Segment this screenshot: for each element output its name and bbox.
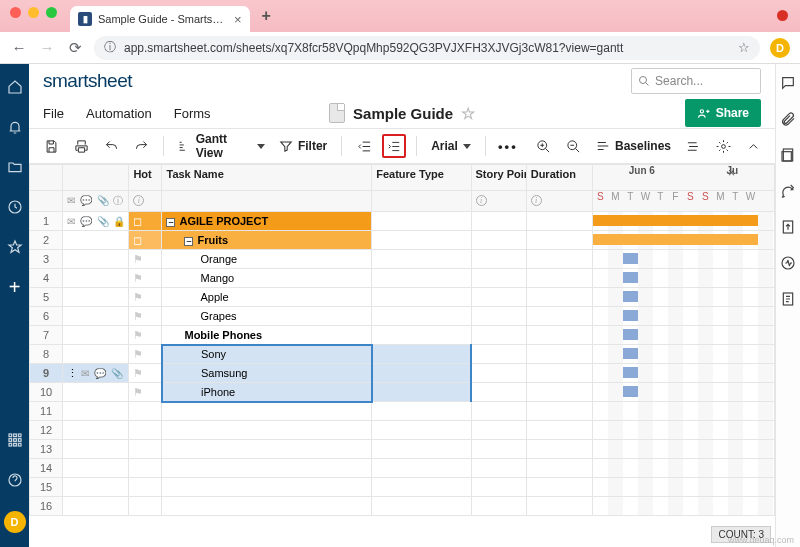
activity-log-icon[interactable] <box>779 254 797 272</box>
conversations-icon[interactable] <box>779 74 797 92</box>
site-info-icon[interactable]: ⓘ <box>104 39 116 56</box>
browse-icon[interactable] <box>6 158 24 176</box>
collapse-panel-button[interactable] <box>741 134 765 158</box>
close-tab-icon[interactable]: × <box>234 12 242 27</box>
help-icon[interactable] <box>6 471 24 489</box>
recents-icon[interactable] <box>6 198 24 216</box>
favorites-icon[interactable] <box>6 238 24 256</box>
svg-point-15 <box>721 144 725 148</box>
url-text: app.smartsheet.com/sheets/xq7X8fcr58VQpq… <box>124 41 730 55</box>
table-row[interactable]: 1✉ 💬 📎 🔒◻–AGILE PROJECT <box>30 212 775 231</box>
font-selector[interactable]: Arial <box>427 139 475 153</box>
reload-button[interactable]: ⟳ <box>66 39 84 57</box>
apps-icon[interactable] <box>6 431 24 449</box>
zoom-in-button[interactable] <box>532 134 556 158</box>
col-story[interactable]: Story Points <box>471 165 526 191</box>
svg-rect-3 <box>18 434 21 437</box>
redo-button[interactable] <box>129 134 153 158</box>
browser-tab[interactable]: ▮ Sample Guide - Smartsheet.co × <box>70 6 250 32</box>
new-tab-button[interactable]: + <box>262 7 271 25</box>
info-icon[interactable]: i <box>531 195 542 206</box>
critical-path-button[interactable] <box>681 134 705 158</box>
table-row[interactable]: 12 <box>30 421 775 440</box>
view-switcher[interactable]: Gantt View <box>174 132 269 160</box>
favicon-icon: ▮ <box>78 12 92 26</box>
more-formatting-button[interactable]: ••• <box>496 134 520 158</box>
menu-automation[interactable]: Automation <box>86 106 152 121</box>
watermark: www.deuaq.com <box>728 535 794 545</box>
svg-rect-8 <box>13 443 16 446</box>
search-placeholder: Search... <box>655 74 703 88</box>
browser-profile-avatar[interactable]: D <box>770 38 790 58</box>
svg-point-19 <box>782 257 794 269</box>
window-traffic-lights[interactable] <box>10 7 57 18</box>
table-row[interactable]: 13 <box>30 440 775 459</box>
settings-button[interactable] <box>711 134 735 158</box>
col-hot[interactable]: Hot <box>129 165 162 191</box>
col-feature[interactable]: Feature Type <box>372 165 471 191</box>
add-icon[interactable]: + <box>6 278 24 296</box>
zoom-out-button[interactable] <box>562 134 586 158</box>
svg-rect-9 <box>18 443 21 446</box>
col-duration[interactable]: Duration <box>526 165 592 191</box>
url-input[interactable]: ⓘ app.smartsheet.com/sheets/xq7X8fcr58VQ… <box>94 36 760 60</box>
outdent-button[interactable] <box>352 134 376 158</box>
menu-forms[interactable]: Forms <box>174 106 211 121</box>
tab-title: Sample Guide - Smartsheet.co <box>98 13 228 25</box>
table-row[interactable]: 6⚑Grapes <box>30 307 775 326</box>
sheet-icon <box>329 103 345 123</box>
filter-button[interactable]: Filter <box>275 139 331 153</box>
svg-rect-7 <box>9 443 12 446</box>
table-row[interactable]: 4⚑Mango <box>30 269 775 288</box>
main-area: smartsheet Search... File Automation For… <box>29 64 775 547</box>
update-requests-icon[interactable] <box>779 182 797 200</box>
info-icon[interactable]: i <box>133 195 144 206</box>
grid-container: × Hot Task Name Feature Type Story Point… <box>29 164 775 547</box>
table-row[interactable]: 14 <box>30 459 775 478</box>
sheet-grid[interactable]: Hot Task Name Feature Type Story Points … <box>29 164 775 516</box>
baselines-button[interactable]: Baselines <box>592 139 675 153</box>
publish-icon[interactable] <box>779 218 797 236</box>
info-icon[interactable]: i <box>476 195 487 206</box>
indent-button[interactable] <box>382 134 406 158</box>
recording-indicator-icon <box>777 10 788 21</box>
search-input[interactable]: Search... <box>631 68 761 94</box>
table-row[interactable]: 3⚑Orange <box>30 250 775 269</box>
browser-address-bar: ← → ⟳ ⓘ app.smartsheet.com/sheets/xq7X8f… <box>0 32 800 64</box>
table-row[interactable]: 10⚑iPhone <box>30 383 775 402</box>
svg-rect-1 <box>9 434 12 437</box>
table-row[interactable]: 9⋮ ✉ 💬 📎 🔒⚑Samsung <box>30 364 775 383</box>
table-row[interactable]: 2◻–Fruits <box>30 231 775 250</box>
table-row[interactable]: 7⚑Mobile Phones <box>30 326 775 345</box>
table-row[interactable]: 11 <box>30 402 775 421</box>
table-row[interactable]: 16 <box>30 497 775 516</box>
user-avatar[interactable]: D <box>4 511 26 533</box>
favorite-star-icon[interactable]: ☆ <box>461 104 475 123</box>
save-button[interactable] <box>39 134 63 158</box>
print-button[interactable] <box>69 134 93 158</box>
close-gantt-icon[interactable]: × <box>728 166 735 180</box>
table-row[interactable]: 5⚑Apple <box>30 288 775 307</box>
summary-icon[interactable] <box>779 290 797 308</box>
share-button[interactable]: Share <box>685 99 761 127</box>
svg-rect-4 <box>9 439 12 442</box>
proofs-icon[interactable] <box>779 146 797 164</box>
attachments-icon[interactable] <box>779 110 797 128</box>
table-row[interactable]: 15 <box>30 478 775 497</box>
svg-point-12 <box>700 109 703 112</box>
left-nav-rail: + D <box>0 64 29 547</box>
notifications-icon[interactable] <box>6 118 24 136</box>
svg-rect-5 <box>13 439 16 442</box>
back-button[interactable]: ← <box>10 39 28 56</box>
undo-button[interactable] <box>99 134 123 158</box>
table-row[interactable]: 8⚑Sony <box>30 345 775 364</box>
toolbar: Gantt View Filter Arial ••• Baselines <box>29 128 775 164</box>
svg-rect-2 <box>13 434 16 437</box>
row-action-icons[interactable]: ✉ 💬 📎 ⓘ <box>63 191 129 212</box>
col-task[interactable]: Task Name <box>162 165 372 191</box>
bookmark-star-icon[interactable]: ☆ <box>738 40 750 55</box>
menu-file[interactable]: File <box>43 106 64 121</box>
forward-button[interactable]: → <box>38 39 56 56</box>
smartsheet-logo[interactable]: smartsheet <box>43 70 132 92</box>
home-icon[interactable] <box>6 78 24 96</box>
